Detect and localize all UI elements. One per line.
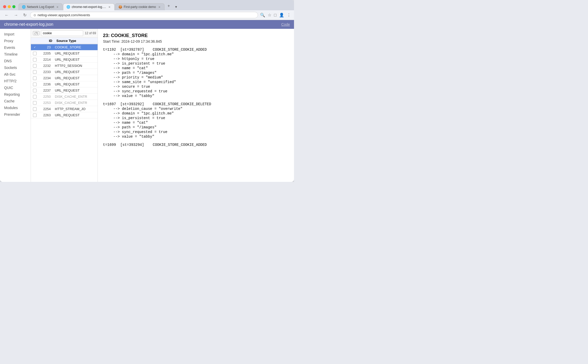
- tab-close-2[interactable]: ✕: [108, 5, 111, 9]
- traffic-lights: [3, 5, 15, 10]
- help-button[interactable]: (?): [33, 31, 39, 35]
- event-detail-2-6: --> sync_requested = true: [103, 130, 289, 134]
- menu-icon[interactable]: ⋮: [287, 13, 291, 17]
- back-button[interactable]: ←: [3, 12, 10, 18]
- table-row[interactable]: 2234 URL_REQUEST: [31, 75, 98, 81]
- main-content: Import Proxy Events Timeline DNS Sockets…: [0, 29, 294, 182]
- app-title: chrome-net-export-log.json: [4, 22, 53, 27]
- tab-favicon-3: 🍪: [118, 5, 122, 9]
- row-checkbox-8[interactable]: [33, 89, 37, 92]
- sidebar-item-http2[interactable]: HTTP/2: [0, 78, 31, 84]
- row-id-3: 2214: [39, 58, 53, 61]
- profile-icon[interactable]: 👤: [279, 13, 284, 17]
- event-detail-1-8: --> secure = true: [103, 85, 289, 89]
- minimize-button[interactable]: [8, 5, 11, 8]
- new-tab-button[interactable]: +: [165, 2, 172, 10]
- result-count: 12 of 69: [85, 31, 96, 35]
- row-id-7: 2236: [39, 82, 53, 86]
- sidebar-item-alt-svc[interactable]: Alt-Svc: [0, 71, 31, 78]
- row-checkbox-3[interactable]: [33, 58, 37, 61]
- row-source-6: URL_REQUEST: [55, 76, 96, 80]
- row-checkbox-9[interactable]: [33, 95, 37, 99]
- sidebar-item-proxy[interactable]: Proxy: [0, 38, 31, 44]
- row-checkbox-12[interactable]: [33, 113, 37, 117]
- header-id: ID: [40, 39, 54, 43]
- tab-label-1: Network Log Export: [27, 5, 54, 9]
- tab-label-2: chrome-net-export-log.json -: [72, 5, 106, 9]
- event-detail-1-5: --> path = "/images": [103, 71, 289, 75]
- table-row[interactable]: 2237 URL_REQUEST: [31, 87, 98, 94]
- browser-frame: 🌐 Network Log Export ✕ 🌐 chrome-net-expo…: [0, 0, 294, 182]
- table-header: ID Source Type: [31, 38, 98, 44]
- row-id-8: 2237: [39, 88, 53, 92]
- bookmark-icon[interactable]: ☆: [268, 13, 271, 17]
- code-link[interactable]: Code: [281, 22, 290, 26]
- table-row[interactable]: 2263 URL_REQUEST: [31, 112, 98, 118]
- sidebar-item-reporting[interactable]: Reporting: [0, 91, 31, 98]
- table-row[interactable]: 23 COOKIE_STORE: [31, 44, 98, 50]
- row-id-2: 2205: [39, 51, 53, 55]
- event-header-3: t=1699 [st=393294] COOKIE_STORE_COOKIE_A…: [103, 143, 289, 147]
- extensions-icon[interactable]: □: [274, 13, 276, 17]
- row-source-9: DISK_CACHE_ENTR: [55, 95, 96, 99]
- row-source-12: URL_REQUEST: [55, 113, 96, 117]
- tab-expand-button[interactable]: ▼: [172, 4, 180, 10]
- event-detail-2-3: --> is_persistent = true: [103, 116, 289, 120]
- reload-button[interactable]: ↻: [22, 12, 28, 18]
- sidebar-item-import[interactable]: Import: [0, 31, 31, 38]
- event-detail-2-5: --> path = "/images": [103, 125, 289, 129]
- tab-close-3[interactable]: ✕: [158, 5, 161, 9]
- close-button[interactable]: [3, 5, 6, 8]
- table-row[interactable]: 2254 HTTP_STREAM_JO: [31, 106, 98, 112]
- row-checkbox-7[interactable]: [33, 83, 37, 86]
- sidebar-item-quic[interactable]: QUIC: [0, 84, 31, 91]
- sidebar-item-sockets[interactable]: Sockets: [0, 64, 31, 71]
- events-table: ID Source Type 23 COOKIE_STORE 2205 URL_…: [31, 38, 98, 182]
- row-checkbox-5[interactable]: [33, 70, 37, 74]
- table-row[interactable]: 2233 URL_REQUEST: [31, 69, 98, 75]
- row-source-4: HTTP2_SESSION: [55, 64, 96, 68]
- row-id-9: 2250: [39, 95, 53, 99]
- events-panel: (?) 12 of 69 ID Source Type 23 COOKIE_ST…: [31, 29, 98, 182]
- security-icon: ⊙: [33, 13, 36, 17]
- detail-title: 23: COOKIE_STORE: [103, 33, 289, 38]
- row-checkbox-4[interactable]: [33, 64, 37, 68]
- row-source-5: URL_REQUEST: [55, 70, 96, 74]
- event-detail-1-1: --> domain = "1pc.glitch.me": [103, 52, 289, 56]
- sidebar-item-timeline[interactable]: Timeline: [0, 51, 31, 58]
- event-detail-1-7: --> same_site = "unspecified": [103, 80, 289, 84]
- table-row[interactable]: 2250 DISK_CACHE_ENTR: [31, 94, 98, 100]
- tab-close-1[interactable]: ✕: [56, 5, 59, 9]
- tab-first-party-cookie[interactable]: 🍪 First-party cookie demo ✕: [115, 3, 164, 10]
- event-detail-1-4: --> name = "cat": [103, 66, 289, 70]
- table-row[interactable]: 2236 URL_REQUEST: [31, 81, 98, 87]
- table-row[interactable]: 2214 URL_REQUEST: [31, 57, 98, 63]
- row-checkbox-11[interactable]: [33, 107, 37, 111]
- sidebar-item-modules[interactable]: Modules: [0, 104, 31, 111]
- row-checkbox-2[interactable]: [33, 52, 37, 55]
- search-input[interactable]: [41, 30, 83, 36]
- sidebar-item-events[interactable]: Events: [0, 44, 31, 51]
- row-source-2: URL_REQUEST: [55, 51, 96, 55]
- sidebar-item-cache[interactable]: Cache: [0, 98, 31, 104]
- maximize-button[interactable]: [12, 5, 15, 8]
- address-bar[interactable]: ⊙ netlog-viewer.appspot.com/#events: [30, 12, 258, 18]
- row-checkbox-6[interactable]: [33, 76, 37, 80]
- row-source-7: URL_REQUEST: [55, 82, 96, 86]
- row-checkbox-10[interactable]: [33, 101, 37, 105]
- tab-favicon-1: 🌐: [22, 5, 25, 9]
- table-row[interactable]: 2232 HTTP2_SESSION: [31, 63, 98, 69]
- table-row[interactable]: 2253 DISK_CACHE_ENTR: [31, 100, 98, 106]
- sidebar-item-dns[interactable]: DNS: [0, 58, 31, 64]
- event-header-1: t=1192 [st=392787] COOKIE_STORE_COOKIE_A…: [103, 48, 289, 52]
- table-row[interactable]: 2205 URL_REQUEST: [31, 50, 98, 57]
- event-block-1: t=1192 [st=392787] COOKIE_STORE_COOKIE_A…: [103, 48, 289, 98]
- row-checkbox-1[interactable]: [33, 46, 37, 49]
- sidebar-item-prerender[interactable]: Prerender: [0, 111, 31, 118]
- address-text: netlog-viewer.appspot.com/#events: [38, 13, 255, 17]
- search-icon[interactable]: 🔍: [260, 13, 265, 17]
- forward-button[interactable]: →: [12, 12, 20, 18]
- tab-chrome-net-export[interactable]: 🌐 chrome-net-export-log.json - ✕: [63, 3, 115, 10]
- row-source-3: URL_REQUEST: [55, 58, 96, 61]
- tab-network-log-export[interactable]: 🌐 Network Log Export ✕: [19, 3, 63, 10]
